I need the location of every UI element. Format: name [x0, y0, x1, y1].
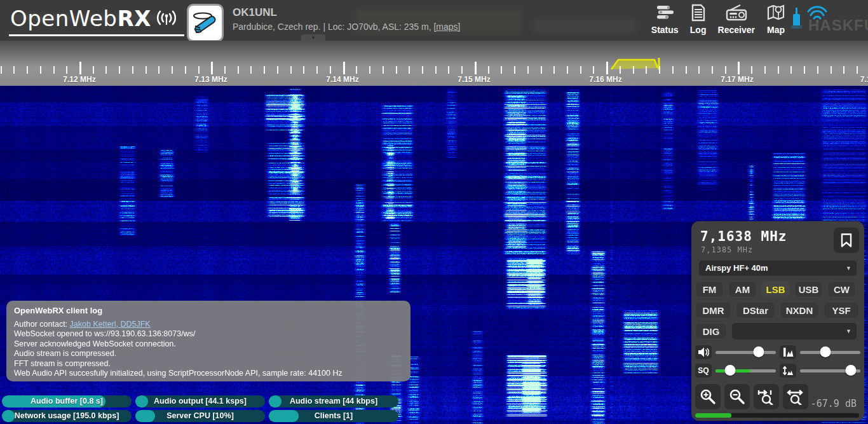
minor-tick — [146, 66, 147, 74]
minor-tick — [264, 66, 265, 74]
minor-tick — [330, 66, 331, 74]
waterfall-max-button[interactable] — [780, 345, 796, 359]
broadcast-icon — [153, 7, 180, 33]
minor-tick — [303, 66, 304, 74]
nav-item-receiver[interactable]: Receiver — [718, 4, 755, 35]
mode-button-fm[interactable]: FM — [695, 281, 724, 297]
minor-tick — [857, 66, 858, 74]
squelch-slider-thumb[interactable] — [724, 365, 735, 376]
status-badge-6[interactable]: Clients [1] — [269, 410, 398, 422]
haskfu-logo: HASKFU — [788, 5, 865, 37]
log-icon — [690, 4, 707, 25]
header-bg-art — [534, 19, 635, 33]
minor-tick — [843, 66, 844, 74]
client-log-line: WebSocket opened to ws://93.190.63.136:8… — [14, 329, 403, 339]
mode-button-dig[interactable]: DIG — [695, 323, 727, 339]
mode-button-lsb[interactable]: LSB — [761, 281, 790, 297]
frequency-scale[interactable]: 7.12 MHz7.13 MHz7.14 MHz7.15 MHz7.16 MHz… — [0, 41, 868, 86]
badge-label: Audio stream [44 kbps] — [269, 395, 398, 407]
mode-button-usb[interactable]: USB — [794, 281, 823, 297]
squelch-button[interactable]: SQ — [695, 364, 712, 378]
minor-tick — [119, 66, 120, 74]
frequency-label: 7.16 MHz — [589, 75, 621, 84]
zoom-out-button[interactable] — [724, 384, 750, 409]
status-badge-2[interactable]: Audio output [44.1 ksps] — [135, 395, 265, 407]
status-badge-3[interactable]: Audio stream [44 kbps] — [269, 395, 398, 407]
minor-tick — [53, 66, 55, 74]
waterfall-colors-icon — [782, 347, 794, 357]
minor-tick — [790, 66, 792, 74]
digital-mode-select[interactable]: ▼ — [732, 323, 857, 339]
nav-item-map[interactable]: Map — [766, 4, 785, 35]
author-contact-link[interactable]: Jakob Ketterl, DD5JFK — [70, 320, 151, 329]
client-log-line: FFT stream is compressed. — [14, 359, 403, 369]
client-log-title: OpenWebRX client log — [14, 306, 403, 316]
zoom-to-band-button[interactable] — [754, 384, 779, 409]
major-tick — [606, 62, 608, 74]
minor-tick — [659, 66, 660, 74]
waterfall-auto-adjust-icon — [782, 366, 794, 376]
volume-slider-track[interactable] — [715, 351, 776, 354]
major-tick — [738, 62, 740, 74]
volume-slider[interactable] — [715, 345, 776, 359]
profile-select[interactable]: Airspy HF+ 40m ▼ — [699, 261, 857, 276]
swiss-knife-logo[interactable] — [187, 4, 224, 41]
mode-buttons-row1: FMAMLSBUSBCW — [695, 281, 856, 297]
mode-button-dmr[interactable]: DMR — [695, 302, 731, 318]
minor-tick — [316, 66, 318, 74]
squelch-slider[interactable] — [715, 364, 776, 378]
status-badge-5[interactable]: Server CPU [10%] — [135, 410, 265, 422]
status-badge-4[interactable]: Network usage [195.0 kbps] — [2, 410, 132, 422]
waterfall-min-slider-thumb[interactable] — [845, 365, 856, 376]
minor-tick — [132, 66, 133, 74]
mode-button-dstar[interactable]: DStar — [736, 302, 775, 318]
minor-tick — [541, 66, 542, 74]
minor-tick — [105, 66, 107, 74]
station-callsign: OK1UNL — [233, 6, 461, 19]
volume-slider-thumb[interactable] — [754, 346, 764, 357]
mode-button-nxdn[interactable]: NXDN — [780, 302, 819, 318]
nav-item-status[interactable]: Status — [651, 4, 679, 35]
tuned-frequency-display[interactable]: 7,1638 MHz — [700, 229, 787, 244]
minor-tick — [633, 66, 634, 74]
minor-tick — [620, 66, 621, 74]
nav-label-receiver: Receiver — [718, 25, 755, 35]
zoom-out-icon — [729, 388, 745, 405]
major-tick — [79, 62, 81, 74]
maps-link[interactable]: [maps] — [433, 22, 460, 32]
minor-tick — [383, 66, 384, 74]
status-badge-1[interactable]: Audio buffer [0.8 s] — [2, 395, 132, 407]
chevron-down-icon: ▼ — [846, 323, 851, 339]
minor-tick — [698, 66, 700, 74]
minor-tick — [527, 66, 529, 74]
minor-tick — [40, 66, 41, 74]
mute-button[interactable] — [695, 345, 712, 359]
waterfall-max-slider[interactable] — [800, 345, 860, 359]
mode-button-ysf[interactable]: YSF — [824, 302, 859, 318]
badge-label: Clients [1] — [269, 410, 398, 422]
zoom-full-icon — [787, 388, 804, 405]
nav-label-map: Map — [767, 25, 785, 35]
nav-item-log[interactable]: Log — [690, 4, 707, 35]
mode-button-am[interactable]: AM — [728, 281, 757, 297]
header-collapse-tab[interactable]: ▼ — [301, 34, 325, 41]
status-badges: Audio buffer [0.8 s]Audio output [44.1 k… — [0, 394, 419, 424]
client-log-line: Server acknowledged WebSocket connection… — [14, 339, 403, 350]
mode-button-cw[interactable]: CW — [827, 281, 856, 297]
zoom-in-button[interactable] — [695, 384, 721, 409]
waterfall-auto-button[interactable] — [780, 364, 796, 378]
openwebrx-logo[interactable]: OpenWebRX — [9, 6, 184, 36]
minor-tick — [778, 66, 779, 74]
nav-label-status: Status — [651, 25, 679, 35]
minor-tick — [553, 66, 555, 74]
audio-buffer-fill — [695, 413, 731, 418]
waterfall-max-slider-thumb[interactable] — [820, 346, 831, 357]
frequency-label: 7.13 MHz — [194, 75, 227, 84]
zoom-full-out-button[interactable] — [783, 384, 808, 409]
waterfall-min-slider[interactable] — [800, 364, 860, 378]
minor-tick — [501, 66, 502, 74]
minor-tick — [461, 66, 463, 74]
bookmark-button[interactable] — [834, 228, 859, 253]
minor-tick — [448, 66, 449, 74]
signal-level-display: -67.9 dB — [811, 398, 857, 409]
